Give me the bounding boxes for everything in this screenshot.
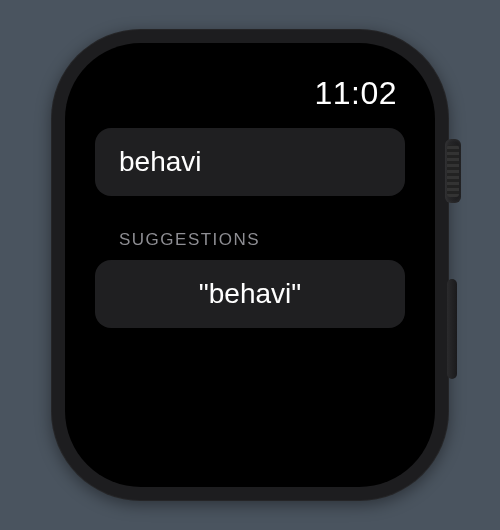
- watch-screen: 11:02 behavi SUGGESTIONS "behavi": [65, 43, 435, 487]
- status-time: 11:02: [95, 75, 405, 112]
- text-input-value: behavi: [119, 146, 202, 177]
- text-input[interactable]: behavi: [95, 128, 405, 196]
- watch-device: 11:02 behavi SUGGESTIONS "behavi": [51, 29, 449, 501]
- side-button[interactable]: [447, 279, 457, 379]
- watch-case: 11:02 behavi SUGGESTIONS "behavi": [51, 29, 449, 501]
- suggestion-text: "behavi": [199, 278, 301, 309]
- suggestions-header: SUGGESTIONS: [95, 230, 405, 250]
- digital-crown[interactable]: [445, 139, 461, 203]
- suggestion-item[interactable]: "behavi": [95, 260, 405, 328]
